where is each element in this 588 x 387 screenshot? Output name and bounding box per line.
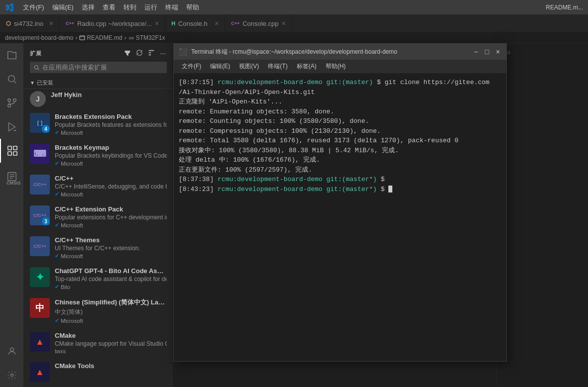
terminal-minimize[interactable]: − bbox=[472, 48, 479, 55]
menu-run[interactable]: 运行 bbox=[140, 2, 161, 13]
list-item[interactable]: J Jeff Hykin bbox=[24, 89, 173, 109]
svg-point-3 bbox=[8, 76, 14, 82]
ext-name: CMake Tools bbox=[55, 362, 167, 370]
menu-terminal[interactable]: 终端 bbox=[161, 2, 182, 13]
list-item[interactable]: 中 Chinese (Simplified) (简体中文) Language P… bbox=[24, 294, 173, 328]
ext-desc: 中文(简体) bbox=[55, 308, 167, 316]
activity-git[interactable] bbox=[0, 91, 24, 115]
ext-icon-cpp-themes: C/C++ bbox=[30, 236, 50, 256]
svg-rect-15 bbox=[13, 152, 16, 155]
extension-list: J Jeff Hykin [ ] 4 Brackets Extension Pa… bbox=[24, 89, 173, 387]
activity-run[interactable] bbox=[0, 115, 24, 139]
terminal-restore[interactable]: □ bbox=[483, 48, 490, 55]
refresh-icon[interactable] bbox=[135, 48, 144, 59]
breadcrumb: development-board-demo › README.md › ##S… bbox=[0, 32, 588, 43]
menu-select[interactable]: 选择 bbox=[78, 2, 99, 13]
terminal-controls: − □ × bbox=[472, 48, 501, 55]
tab-close-radio[interactable]: × bbox=[155, 19, 159, 27]
activity-bar: CMSIS bbox=[0, 43, 24, 387]
main-layout: CMSIS 扩展 bbox=[0, 43, 588, 387]
filter-icon[interactable] bbox=[123, 48, 132, 59]
breadcrumb-item-1[interactable]: development-board-demo bbox=[5, 34, 73, 41]
list-item[interactable]: C/C++ C/C++ Themes UI Themes for C/C++ e… bbox=[24, 232, 173, 263]
list-item[interactable]: ▲ CMake CMake langage support for Visual… bbox=[24, 328, 173, 358]
term-menu-help[interactable]: 帮助(H) bbox=[322, 61, 350, 72]
tab-radio[interactable]: C++ Radio.cpp ~/workspace/... × bbox=[60, 15, 165, 32]
svg-point-18 bbox=[10, 374, 13, 377]
tab-close-consoleh[interactable]: × bbox=[215, 19, 219, 27]
list-item[interactable]: ▲ CMake Tools bbox=[24, 358, 173, 386]
tab-icon-consoleh: H bbox=[171, 20, 175, 26]
list-item[interactable]: C/C++ 3 C/C++ Extension Pack Popular ext… bbox=[24, 201, 173, 232]
search-input[interactable] bbox=[42, 64, 163, 71]
svg-rect-0 bbox=[80, 36, 85, 40]
more-icon[interactable]: ··· bbox=[159, 48, 167, 59]
term-line-8: 处理 delta 中: 100% (1676/1676), 完成. bbox=[179, 155, 501, 165]
list-item[interactable]: ✦ ChatGPT GPT-4 - Bito AI Code Assistant… bbox=[24, 263, 173, 294]
term-menu-view[interactable]: 视图(V) bbox=[235, 61, 263, 72]
ext-author: twxs bbox=[55, 348, 167, 354]
ext-name: Brackets Keymap bbox=[55, 144, 167, 151]
term-line-5: remote: Compressing objects: 100% (2130/… bbox=[179, 126, 501, 136]
tab-consoleh[interactable]: H Console.h × bbox=[165, 15, 225, 32]
tab-close-consolecpp[interactable]: × bbox=[281, 19, 285, 27]
term-line-6: remote: Total 3580 (delta 1676), reused … bbox=[179, 136, 501, 146]
activity-cmsis[interactable]: CMSIS bbox=[0, 165, 24, 189]
search-box[interactable] bbox=[30, 62, 167, 73]
sidebar-header: 扩展 ··· bbox=[24, 43, 173, 62]
ext-badge-brackets: 4 bbox=[42, 125, 50, 133]
ext-icon-cpp-pack: C/C++ 3 bbox=[30, 205, 50, 225]
terminal-title-icon: ⬛ bbox=[179, 48, 187, 56]
term-menu-edit[interactable]: 编辑(E) bbox=[206, 61, 234, 72]
ext-desc: Popular Brackets features as extensions … bbox=[55, 121, 167, 128]
ext-icon-keymap: ⌨ bbox=[30, 144, 50, 164]
breadcrumb-sep-1: › bbox=[75, 34, 77, 41]
term-menu-tabs[interactable]: 标签(A) bbox=[293, 61, 321, 72]
ext-desc: UI Themes for C/C++ extension. bbox=[55, 245, 167, 252]
installed-label: 已安装 bbox=[37, 79, 53, 87]
menu-file[interactable]: 文件(F) bbox=[19, 2, 48, 13]
activity-accounts[interactable] bbox=[0, 339, 24, 363]
terminal-close[interactable]: × bbox=[494, 48, 501, 55]
ext-name: C/C++ Themes bbox=[55, 236, 167, 244]
list-item[interactable]: [ ] 4 Brackets Extension Pack Popular Br… bbox=[24, 109, 173, 140]
collapse-icon[interactable] bbox=[147, 48, 156, 59]
terminal-body[interactable]: [8:37:15] rcmu:development-board-demo gi… bbox=[174, 74, 506, 361]
ext-author: ✔ Bito bbox=[55, 284, 167, 290]
tab-si4732[interactable]: ⬡ si4732.ino × bbox=[0, 15, 60, 32]
ext-author: ✔ Microsoft bbox=[55, 129, 167, 136]
list-item[interactable]: ⌨ Brackets Keymap Popular Brackets keybi… bbox=[24, 140, 173, 171]
svg-point-6 bbox=[7, 104, 10, 107]
menu-edit[interactable]: 编辑(E) bbox=[48, 2, 78, 13]
activity-settings[interactable] bbox=[0, 363, 24, 387]
installed-header[interactable]: ▼ 已安装 bbox=[24, 77, 173, 89]
tab-close-si4732[interactable]: × bbox=[49, 19, 53, 27]
ext-author: ✔ Microsoft bbox=[55, 253, 167, 259]
svg-point-17 bbox=[10, 348, 13, 351]
ext-avatar: J bbox=[30, 91, 46, 107]
menu-goto[interactable]: 转到 bbox=[119, 2, 140, 13]
term-menu-terminal[interactable]: 终端(T) bbox=[264, 61, 291, 72]
tab-consolecpp[interactable]: C++ Console.cpp × bbox=[225, 15, 292, 32]
ext-badge-cpp-pack: 3 bbox=[42, 217, 50, 225]
list-item[interactable]: C/C++ C/C++ C/C++ IntelliSense, debuggin… bbox=[24, 171, 173, 201]
menu-view[interactable]: 查看 bbox=[99, 2, 119, 13]
ext-icon-cmake: ▲ bbox=[30, 332, 50, 352]
tab-label-consoleh: Console.h bbox=[178, 20, 208, 27]
sidebar-actions: ··· bbox=[123, 48, 167, 59]
svg-point-19 bbox=[34, 65, 38, 69]
term-line-7: 接收对象中: 100% (3580/3580), 88.38 MiB | 5.4… bbox=[179, 146, 501, 156]
activity-search[interactable] bbox=[0, 67, 24, 91]
ext-author: ✔ Microsoft bbox=[55, 222, 167, 228]
breadcrumb-item-2[interactable]: README.md bbox=[79, 34, 122, 41]
activity-extensions[interactable] bbox=[0, 139, 24, 163]
app-icon bbox=[5, 2, 15, 12]
activity-explorer[interactable] bbox=[0, 43, 24, 67]
term-line-4: remote: Counting objects: 100% (3580/358… bbox=[179, 116, 501, 126]
ext-name: Brackets Extension Pack bbox=[55, 113, 167, 120]
term-menu-file[interactable]: 文件(F) bbox=[178, 61, 205, 72]
verified-icon: ✔ bbox=[55, 191, 59, 197]
breadcrumb-item-3[interactable]: ##STM32F1x bbox=[128, 34, 165, 41]
term-line-9: 正在更新文件: 100% (2597/2597), 完成. bbox=[179, 165, 501, 175]
menu-help[interactable]: 帮助 bbox=[182, 2, 203, 13]
